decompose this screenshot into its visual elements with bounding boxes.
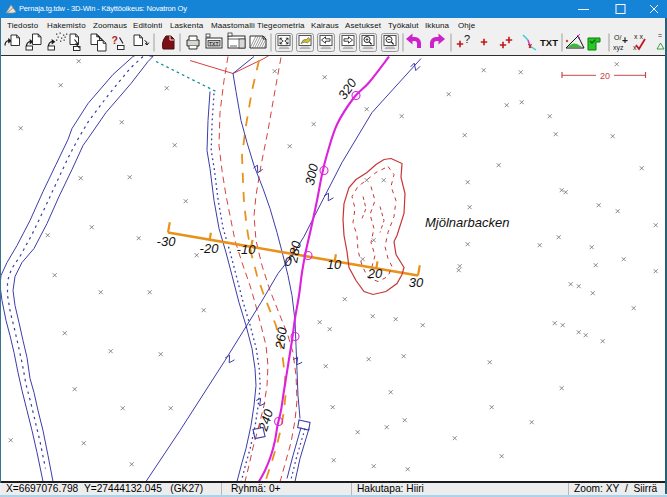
- svg-text:320: 320: [335, 75, 360, 102]
- svg-text:?: ?: [464, 33, 470, 45]
- svg-text:30: 30: [409, 274, 424, 289]
- svg-text:280: 280: [285, 238, 304, 264]
- svg-text:?: ?: [112, 34, 118, 46]
- svg-text:-10: -10: [237, 241, 257, 256]
- svg-text:O/: O/: [614, 34, 621, 41]
- svg-text:20: 20: [367, 265, 383, 280]
- svg-text:=: =: [658, 32, 662, 39]
- svg-text:300: 300: [302, 161, 321, 186]
- svg-text:-30: -30: [157, 233, 177, 248]
- svg-text:240: 240: [255, 406, 277, 433]
- svg-text:-20: -20: [200, 240, 220, 255]
- svg-text:TXT: TXT: [540, 37, 558, 48]
- svg-text:260: 260: [272, 325, 289, 350]
- svg-text:x x: x x: [634, 33, 643, 40]
- svg-text:20: 20: [600, 70, 610, 80]
- svg-text:Mjölnarbacken: Mjölnarbacken: [425, 214, 510, 229]
- svg-text:xyz: xyz: [613, 44, 624, 52]
- svg-text:10: 10: [327, 256, 342, 271]
- svg-text:TXT: TXT: [209, 41, 218, 47]
